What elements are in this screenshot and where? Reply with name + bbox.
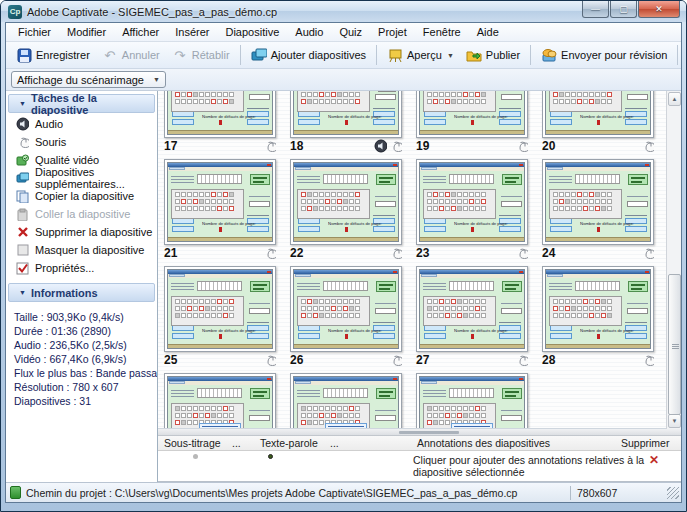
task-propri-t-s[interactable]: Propriétés... [6,259,157,277]
vertical-scrollbar[interactable]: ▲ ▼ [666,91,681,429]
menu-projet[interactable]: Projet [370,24,415,40]
task-supprimer-la-diapositive[interactable]: Supprimer la diapositive [6,223,157,241]
menu-fichier[interactable]: Fichier [10,24,59,40]
slide-thumbnail[interactable]: Nombre de défauts de page: [284,370,410,429]
paste-icon [16,208,29,221]
annotation-row[interactable]: Cliquer pour ajouter des annotations rel… [158,451,681,481]
slide-thumbnail-18[interactable]: Nombre de défauts de page:18 [284,91,410,156]
task-audio[interactable]: Audio [6,115,157,133]
annot-col-3[interactable]: ... [324,437,352,449]
view-mode-value: Affichage du scénarimage [17,74,144,86]
audio-button[interactable]: Audio [682,44,687,66]
project-resolution: 780x607 [577,487,667,499]
close-button[interactable]: ✕ [638,1,680,18]
thumb-caption: Nombre de défauts de page: [454,328,489,333]
collapse-triangle-icon: ▼ [19,289,26,296]
task-coller-la-diapositive[interactable]: Coller la diapositive [6,205,157,223]
resize-grip[interactable] [667,487,679,499]
send-review-button[interactable]: Envoyer pour révision [535,44,673,66]
send-review-icon [541,47,557,63]
minimize-button[interactable]: — [582,1,609,18]
mouse-icon [515,354,528,367]
slide-thumbnail-17[interactable]: Nombre de défauts de page:17 [158,91,284,156]
slide-thumbnail-27[interactable]: Nombre de défauts de page:27 [410,263,536,370]
speech-radio[interactable] [268,454,273,459]
slide-number: 18 [290,139,303,153]
menu-fenêtre[interactable]: Fenêtre [415,24,469,40]
maximize-button[interactable]: ▢ [610,1,637,18]
menu-audio[interactable]: Audio [287,24,331,40]
save-button[interactable]: Enregistrer [10,44,96,66]
menu-insérer[interactable]: Insérer [167,24,217,40]
thumb-caption: Nombre de défauts de page: [328,328,363,333]
hide-icon [16,244,29,257]
info-panel-header[interactable]: ▼ Informations [8,283,155,302]
sidebar: ▼ Tâches de la diapositive AudioSourisQu… [6,91,158,482]
menu-quiz[interactable]: Quiz [331,24,370,40]
slide-thumbnail-21[interactable]: Nombre de défauts de page:21 [158,156,284,263]
app-icon: Cp [8,5,22,19]
annot-col-1[interactable]: ... [226,437,254,449]
slide-thumbnail-25[interactable]: Nombre de défauts de page:25 [158,263,284,370]
slide-number: 19 [416,139,429,153]
thumb-caption: Nombre de défauts de page: [580,328,615,333]
preview-icon [387,47,403,63]
slide-number: 22 [290,246,303,260]
task-souris[interactable]: Souris [6,133,157,151]
slide-thumbnail-24[interactable]: Nombre de défauts de page:24 [536,156,662,263]
scroll-up-icon[interactable]: ▲ [668,92,681,106]
tasks-panel-header[interactable]: ▼ Tâches de la diapositive [8,94,155,113]
slide-thumbnail-28[interactable]: Nombre de défauts de page:28 [536,263,662,370]
annotation-placeholder[interactable]: Cliquer pour ajouter des annotations rel… [413,454,681,478]
mouse-icon [641,247,654,260]
video-quality-icon [16,154,29,167]
add-slides-button[interactable]: Ajouter diapositives [245,44,372,66]
mouse-icon [263,354,276,367]
panel-splitter[interactable] [158,429,681,436]
scroll-down-icon[interactable]: ▼ [668,414,681,428]
view-mode-dropdown[interactable]: Affichage du scénarimage ▼ [11,71,166,88]
subtitle-radio[interactable] [193,454,198,459]
slide-number: 24 [542,246,555,260]
slide-number: 23 [416,246,429,260]
extra-slides-icon [16,172,29,185]
collapse-triangle-icon: ▼ [19,100,26,107]
slide-thumbnail-23[interactable]: Nombre de défauts de page:23 [410,156,536,263]
mouse-icon [641,140,654,153]
menu-afficher[interactable]: Afficher [114,24,167,40]
save-icon [16,47,32,63]
storyboard-grid: Nombre de défauts de page:17Nombre de dé… [158,91,666,429]
slide-thumbnail-26[interactable]: Nombre de défauts de page:26 [284,263,410,370]
slide-thumbnail-20[interactable]: Nombre de défauts de page:20 [536,91,662,156]
publish-button[interactable]: Publier [460,44,526,66]
title-bar[interactable]: Cp Adobe Captivate - SIGEMEC_pas_a_pas_d… [1,1,686,22]
redo-button[interactable]: ↷Rétablir [166,44,236,66]
redo-icon: ↷ [172,47,188,63]
annot-col-4: Annotations des diapositives [352,437,615,449]
menu-aide[interactable]: Aide [469,24,507,40]
slide-thumbnail[interactable]: Nombre de défauts de page: [158,370,284,429]
menu-modifier[interactable]: Modifier [59,24,114,40]
menu-diapositive[interactable]: Diapositive [217,24,287,40]
splitter-grip[interactable] [399,431,459,434]
mouse-icon [641,354,654,367]
annot-col-2: Texte-parole [254,437,324,449]
slide-number: 21 [164,246,177,260]
task-masquer-la-diapositive[interactable]: Masquer la diapositive [6,241,157,259]
slide-thumbnail-19[interactable]: Nombre de défauts de page:19 [410,91,536,156]
undo-button[interactable]: ↶Annuler [96,44,166,66]
mouse-icon [515,247,528,260]
annot-col-0: Sous-titrage [158,437,226,449]
thumb-caption: Nombre de défauts de page: [454,114,489,119]
slide-thumbnail-22[interactable]: Nombre de défauts de page:22 [284,156,410,263]
thumb-caption: Nombre de défauts de page: [202,221,237,226]
thumb-caption: Nombre de défauts de page: [202,328,237,333]
toolbar: Enregistrer↶Annuler↷RétablirAjouter diap… [6,42,681,69]
info-panel-title: Informations [31,287,98,299]
delete-annotation-icon[interactable]: ✕ [649,453,659,467]
task-diapositives-suppl-mentaires[interactable]: Diapositives supplémentaires... [6,169,157,187]
slide-thumbnail[interactable]: Nombre de défauts de page: [410,370,536,429]
info-line: Résolution : 780 x 607 [14,380,153,394]
scrollbar-thumb[interactable] [668,274,681,416]
preview-button[interactable]: Aperçu▼ [381,44,460,66]
